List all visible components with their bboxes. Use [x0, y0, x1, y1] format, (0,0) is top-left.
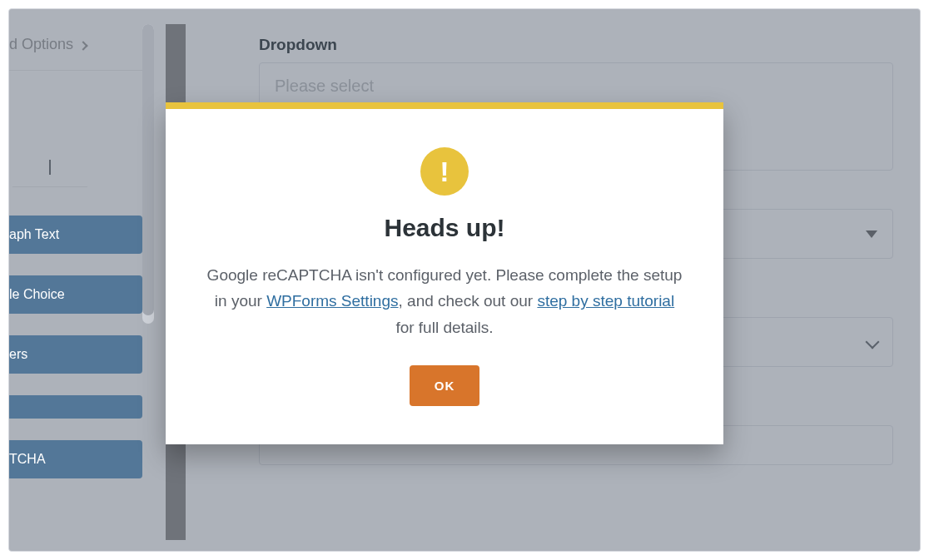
chevron-down-icon	[866, 335, 880, 349]
sidebar-item-label: le Choice	[9, 287, 65, 301]
dropdown-label: Dropdown	[259, 36, 907, 54]
modal-text-3: for full details.	[395, 319, 493, 336]
sidebar-options-label: d Options	[9, 36, 73, 53]
sidebar-item-multiple-choice[interactable]: le Choice	[8, 275, 142, 314]
modal-title: Heads up!	[206, 214, 683, 242]
wpforms-settings-link[interactable]: WPForms Settings	[266, 292, 398, 310]
sidebar-item-label: ers	[9, 347, 27, 361]
modal-text-2: , and check out our	[399, 292, 538, 310]
sidebar-item-label: TCHA	[9, 452, 46, 466]
exclamation-icon: !	[420, 147, 469, 196]
sidebar: d Options aph Text le Choice ers	[8, 26, 142, 478]
app-frame: d Options aph Text le Choice ers	[8, 8, 921, 552]
sidebar-item-recaptcha[interactable]: TCHA	[8, 440, 142, 478]
sidebar-item-numbers[interactable]: ers	[8, 335, 142, 374]
tutorial-link[interactable]: step by step tutorial	[537, 292, 674, 310]
sidebar-item-label: aph Text	[9, 227, 59, 241]
chevron-down-icon	[49, 160, 51, 175]
alert-modal: ! Heads up! Google reCAPTCHA isn't confi…	[166, 102, 723, 444]
sidebar-item-paragraph-text[interactable]: aph Text	[8, 216, 142, 254]
ok-button[interactable]: OK	[410, 365, 480, 406]
caret-down-icon	[866, 230, 877, 238]
scrollbar-thumb[interactable]	[142, 24, 154, 315]
modal-body: Google reCAPTCHA isn't configured yet. P…	[206, 262, 683, 340]
sidebar-scrollbar[interactable]	[142, 24, 154, 324]
chevron-right-icon	[78, 41, 87, 50]
sidebar-collapse-toggle[interactable]	[12, 146, 87, 187]
sidebar-options-link[interactable]: d Options	[8, 26, 142, 71]
dropdown-placeholder: Please select	[275, 77, 374, 96]
sidebar-item-unknown[interactable]	[8, 395, 142, 419]
